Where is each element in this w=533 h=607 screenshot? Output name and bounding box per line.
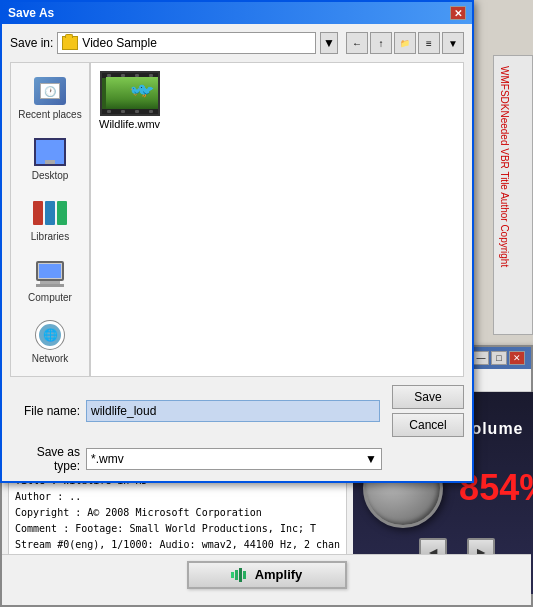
nav-item-recent[interactable]: 🕐 Recent places — [15, 71, 85, 124]
info-comment: Comment : Footage: Small World Productio… — [15, 521, 340, 537]
recent-icon: 🕐 — [34, 77, 66, 105]
file-name-label: Wildlife.wmv — [99, 118, 160, 130]
amplify-button[interactable]: Amplify — [187, 561, 347, 589]
back-btn[interactable]: ← — [346, 32, 368, 54]
info-author: Author : .. — [15, 489, 340, 505]
desktop-icon — [34, 138, 66, 166]
cancel-button[interactable]: Cancel — [392, 413, 464, 437]
computer-label: Computer — [28, 292, 72, 303]
dialog-close-button[interactable]: ✕ — [450, 6, 466, 20]
save-type-dropdown[interactable]: *.wmv ▼ — [86, 448, 382, 470]
save-in-arrow[interactable]: ▼ — [320, 32, 338, 54]
app-bottom-bar: Amplify — [2, 554, 531, 594]
save-in-label: Save in: — [10, 36, 53, 50]
desktop-label: Desktop — [32, 170, 69, 181]
minimize-button[interactable]: — — [473, 351, 489, 365]
title-controls: — □ ✕ — [473, 351, 525, 365]
svg-rect-0 — [231, 572, 234, 578]
save-button[interactable]: Save — [392, 385, 464, 409]
file-thumbnail: 🐦 🐦 — [100, 71, 160, 116]
nav-item-network[interactable]: 🌐 Network — [15, 315, 85, 368]
svg-rect-3 — [243, 571, 246, 579]
toolbar-row: ← ↑ 📁 ≡ ▼ — [346, 32, 464, 54]
file-item-wildlife[interactable]: 🐦 🐦 Wildlife.wmv — [99, 71, 160, 130]
network-label: Network — [32, 353, 69, 364]
nav-item-libraries[interactable]: Libraries — [15, 193, 85, 246]
save-type-value: *.wmv — [91, 452, 124, 466]
bg-text: WMFSDKNeeded VBR Title Author Copyright — [494, 56, 515, 277]
recent-label: Recent places — [18, 109, 81, 120]
save-type-label: Save as type: — [10, 445, 80, 473]
libraries-icon — [33, 201, 67, 225]
left-nav: 🕐 Recent places Desktop — [10, 62, 90, 377]
close-app-button[interactable]: ✕ — [509, 351, 525, 365]
dialog-titlebar: Save As ✕ — [2, 2, 472, 24]
file-area: 🐦 🐦 Wildlife.wmv — [90, 62, 464, 377]
amplify-icon — [231, 568, 249, 582]
svg-rect-2 — [239, 568, 242, 582]
filename-input[interactable] — [86, 400, 380, 422]
save-in-dropdown[interactable]: Video Sample — [57, 32, 316, 54]
libraries-label: Libraries — [31, 231, 69, 242]
nav-item-computer[interactable]: Computer — [15, 254, 85, 307]
svg-rect-1 — [235, 570, 238, 580]
amplify-label: Amplify — [255, 567, 303, 582]
computer-icon — [36, 261, 64, 287]
save-as-dialog: Save As ✕ Save in: Video Sample ▼ ← ↑ 📁 … — [0, 0, 474, 483]
nav-item-desktop[interactable]: Desktop — [15, 132, 85, 185]
info-stream0: Stream #0(eng), 1/1000: Audio: wmav2, 44… — [15, 537, 340, 553]
info-copyright: Copyright : A© 2008 Microsoft Corporatio… — [15, 505, 340, 521]
maximize-button[interactable]: □ — [491, 351, 507, 365]
network-icon: 🌐 — [36, 321, 64, 349]
save-in-value: Video Sample — [82, 36, 157, 50]
up-btn[interactable]: ↑ — [370, 32, 392, 54]
folder-icon — [62, 36, 78, 50]
view-btn2[interactable]: ▼ — [442, 32, 464, 54]
view-btn[interactable]: ≡ — [418, 32, 440, 54]
filename-label: File name: — [10, 404, 80, 418]
new-folder-btn[interactable]: 📁 — [394, 32, 416, 54]
background-app: WMFSDKNeeded VBR Title Author Copyright — [493, 55, 533, 335]
dialog-title: Save As — [8, 6, 54, 20]
